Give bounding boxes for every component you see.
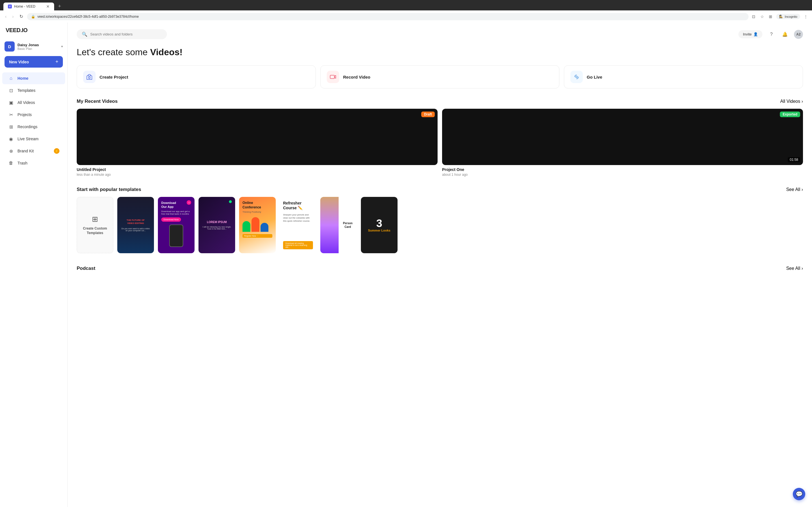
tab-title: Home - VEED	[14, 4, 35, 8]
create-project-icon	[83, 71, 96, 83]
new-video-label: New Video	[9, 60, 29, 64]
help-button[interactable]: ?	[767, 30, 776, 39]
template-lorem[interactable]: LOREM IPSUM I will be releasing my new s…	[199, 197, 235, 253]
tpl2-badge: ♫	[187, 200, 191, 205]
video-card-1[interactable]: Draft Untitled Project less than a minut…	[77, 109, 438, 177]
extensions-icon[interactable]: ⊞	[768, 14, 773, 19]
new-video-button[interactable]: New Video +	[4, 56, 63, 68]
tpl4-btn: Register Now →	[243, 234, 272, 238]
template-refresher-course[interactable]: Refresher Course ✏️ Sharpen your pencils…	[280, 197, 316, 253]
user-avatar-small[interactable]: A2	[794, 30, 803, 39]
tpl4-sub: Thinking Positively	[243, 211, 272, 213]
tpl6-text-area: Person Card	[339, 197, 357, 253]
sidebar-item-templates[interactable]: ⊡ Templates	[2, 84, 65, 96]
user-info: Daisy Jonas Basic Plan	[17, 43, 58, 50]
sidebar-item-brand-kit[interactable]: ⊗ Brand Kit ⚡	[2, 145, 65, 157]
video-title-2: Project One	[442, 167, 803, 172]
tpl6-person	[320, 197, 339, 253]
templates-see-all[interactable]: See All ›	[786, 187, 803, 192]
svg-point-2	[576, 76, 577, 78]
all-videos-link[interactable]: All Videos ›	[780, 99, 803, 104]
notifications-button[interactable]: 🔔	[780, 30, 790, 39]
chat-icon: 💬	[796, 491, 803, 497]
tpl4-content: OnlineConference Thinking Positively Reg…	[239, 197, 276, 242]
incognito-label: Incognito	[784, 15, 797, 18]
template-online-conference[interactable]: OnlineConference Thinking Positively Reg…	[239, 197, 276, 253]
tpl5-text: Sharpen your pencils and clear out the c…	[283, 213, 313, 223]
hero-bold: Videos!	[150, 47, 183, 57]
tpl3-text: LOREM IPSUM	[207, 221, 227, 224]
menu-icon[interactable]: ⋮	[803, 14, 809, 19]
exported-badge: Exported	[780, 112, 800, 117]
tpl3-sub: I will be releasing my new single. Tune …	[202, 226, 232, 230]
tpl7-label: Summer Looks	[368, 229, 390, 232]
templates-scroll[interactable]: ⊞ Create Custom Templates THE FUTURE OF …	[77, 197, 803, 256]
top-actions: Invite 👤 ? 🔔 A2	[739, 30, 803, 39]
search-bar[interactable]: 🔍	[77, 29, 167, 39]
sidebar-item-trash[interactable]: 🗑 Trash	[2, 157, 65, 169]
create-project-card[interactable]: Create Project	[77, 65, 316, 89]
back-button[interactable]: ‹	[3, 13, 8, 20]
bookmark-icon[interactable]: ☆	[759, 14, 765, 19]
sidebar-item-label: Recordings	[17, 124, 38, 129]
chat-widget[interactable]: 💬	[793, 488, 805, 500]
template-download-app[interactable]: DownloadOur App Download our app and get…	[158, 197, 195, 253]
sidebar-logo: VEED.IO	[0, 27, 67, 39]
sidebar-item-label: Brand Kit	[17, 149, 34, 153]
home-icon: ⌂	[8, 75, 14, 81]
tpl6-text: Person Card	[341, 221, 355, 229]
record-video-card[interactable]: Record Video	[320, 65, 559, 89]
brand-kit-icon: ⊗	[8, 148, 14, 154]
sidebar-item-label: Templates	[17, 88, 36, 93]
template-create-custom[interactable]: ⊞ Create Custom Templates	[77, 197, 113, 253]
tpl2-sub: Download our app and get a free trial th…	[161, 210, 191, 215]
new-tab-button[interactable]: +	[56, 2, 63, 10]
tpl5-footer-text: Download all reading material in our e-l…	[285, 242, 311, 248]
template-future-video[interactable]: THE FUTURE OF VIDEO EDITING Do you ever …	[117, 197, 154, 253]
podcast-section: Podcast See All ›	[77, 266, 803, 271]
sidebar-item-live-stream[interactable]: ◉ Live Stream	[2, 133, 65, 145]
app-container: VEED.IO D Daisy Jonas Basic Plan ▾ New V…	[0, 22, 812, 507]
video-card-2[interactable]: Exported 01:58 Project One about 1 hour …	[442, 109, 803, 177]
hero-section: Let's create some Videos!	[77, 47, 803, 57]
invite-button[interactable]: Invite 👤	[739, 30, 762, 38]
tab-close-icon[interactable]: ✕	[46, 4, 50, 9]
sidebar-item-all-videos[interactable]: ▣ All Videos	[2, 97, 65, 108]
podcast-title: Podcast	[77, 266, 95, 271]
video-time-1: less than a minute ago	[77, 173, 438, 177]
search-input[interactable]	[90, 32, 162, 36]
sidebar-item-recordings[interactable]: ⊞ Recordings	[2, 121, 65, 133]
svg-rect-1	[330, 75, 335, 78]
forward-button[interactable]: ›	[10, 13, 15, 20]
tpl2-phone	[169, 224, 183, 247]
go-live-label: Go Live	[587, 75, 602, 79]
url-bar[interactable]: 🔒	[27, 13, 749, 20]
template-person-card[interactable]: Person Card	[320, 197, 357, 253]
podcast-see-all[interactable]: See All ›	[786, 266, 803, 271]
invite-label: Invite	[743, 32, 752, 36]
sidebar-item-label: Live Stream	[17, 136, 39, 141]
url-input[interactable]	[38, 15, 745, 18]
invite-icon: 👤	[753, 32, 758, 36]
sidebar-item-projects[interactable]: ✂ Projects	[2, 109, 65, 121]
tpl5-title: Refresher Course ✏️	[283, 201, 313, 210]
tpl2-btn: Download Now	[161, 217, 181, 222]
cast-icon[interactable]: ⊡	[751, 14, 756, 19]
template-summer-looks[interactable]: 3 Summer Looks	[361, 197, 398, 253]
sidebar-item-home[interactable]: ⌂ Home	[2, 72, 65, 84]
go-live-card[interactable]: Go Live	[564, 65, 803, 89]
user-avatar: D	[4, 41, 15, 52]
tpl4-shapes	[243, 217, 272, 232]
sidebar: VEED.IO D Daisy Jonas Basic Plan ▾ New V…	[0, 22, 68, 507]
reload-button[interactable]: ↻	[18, 13, 25, 20]
create-project-label: Create Project	[100, 75, 128, 79]
sidebar-item-label: Projects	[17, 112, 32, 117]
live-stream-icon: ◉	[8, 136, 14, 142]
go-live-icon	[570, 71, 583, 83]
all-videos-icon: ▣	[8, 100, 14, 106]
user-section[interactable]: D Daisy Jonas Basic Plan ▾	[0, 39, 67, 56]
active-tab[interactable]: V Home - VEED ✕	[3, 3, 54, 10]
recent-videos-header: My Recent Videos All Videos ›	[77, 99, 803, 104]
user-plan: Basic Plan	[17, 47, 58, 50]
recent-videos-title: My Recent Videos	[77, 99, 117, 104]
